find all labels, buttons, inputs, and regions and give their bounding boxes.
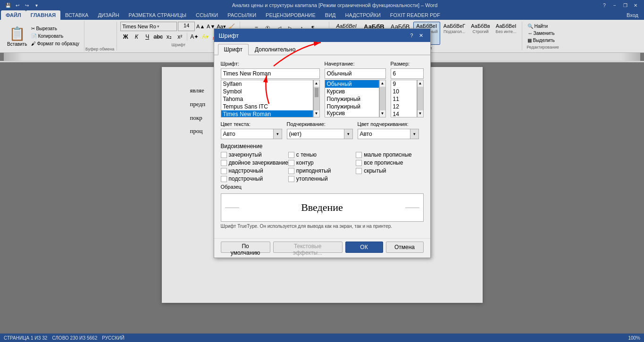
font-size-col: Размер: 9 10 11 12 14 ▲ ▼ [391,61,424,117]
dialog-title-bar: Шрифт ? ✕ [214,29,430,42]
font-list-item-times[interactable]: Times New Roman [221,110,313,117]
size-list-10[interactable]: 10 [391,88,417,95]
font-style-col: Начертание: Обычный Курсив Полужирный По… [325,61,386,117]
dialog-tab-font[interactable]: Шрифт [218,44,249,55]
underline-label: Подчеркивание: [287,121,353,127]
checkbox-all-caps[interactable]: все прописные [356,159,423,166]
size-list-14[interactable]: 14 [391,110,417,117]
font-style-label: Начертание: [325,61,386,67]
dialog-tabs: Шрифт Дополнительно [214,42,430,55]
dialog-font-size-input[interactable] [391,68,424,79]
style-list-italic[interactable]: Курсив [325,88,379,95]
size-list-9[interactable]: 9 [391,80,417,88]
style-list-scrollbar[interactable]: ▲ ▼ [379,80,386,117]
checkbox-emboss[interactable]: приподнятый [288,167,356,174]
dialog-title: Шрифт [219,32,239,39]
underline-color-dropdown[interactable]: Авто ▾ [358,129,419,139]
size-list-11[interactable]: 11 [391,95,417,103]
font-size-label: Размер: [391,61,424,67]
checkbox-strikethrough[interactable]: зачеркнутый [221,151,288,158]
font-list-item-tahoma[interactable]: Tahoma [221,95,313,103]
preview-box: Введение [221,193,424,222]
text-color-label: Цвет текста: [221,121,282,127]
preview-label: Образец [221,184,424,190]
font-size-list[interactable]: 9 10 11 12 14 [391,80,417,117]
effects-label: Видоизменение [221,143,424,150]
checkbox-hidden[interactable]: скрытый [356,167,423,174]
text-effects-button[interactable]: Текстовые эффекты... [273,242,343,253]
font-list-item-tempus[interactable]: Tempus Sans ITC [221,103,313,110]
size-list-12[interactable]: 12 [391,103,417,110]
preview-text: Введение [301,201,343,214]
font-list-item-sylfaen[interactable]: Sylfaen [221,80,313,88]
dialog-footer: По умолчанию Текстовые эффекты... ОК Отм… [214,238,430,258]
checkbox-shadow[interactable]: с тенью [288,151,356,158]
style-list-normal[interactable]: Обычный [325,80,379,88]
dialog-overlay: Шрифт ? ✕ Шрифт Дополнительно Шрифт: [0,0,644,342]
checkbox-subscript[interactable]: подстрочный [221,175,288,182]
preview-hint: Шрифт TrueType. Он используется для выво… [221,224,424,229]
ok-button[interactable]: ОК [345,242,383,253]
checkbox-small-caps[interactable]: малые прописные [356,151,423,158]
default-button[interactable]: По умолчанию [221,242,270,253]
font-list-scrollbar[interactable]: ▲ ▼ [313,80,320,117]
checkbox-outline[interactable]: контур [288,159,356,166]
checkbox-engrave[interactable]: утопленный [288,175,356,182]
dialog-font-name-input[interactable] [221,68,320,79]
font-dialog: Шрифт ? ✕ Шрифт Дополнительно Шрифт: [214,28,431,258]
underline-dropdown[interactable]: (нет) ▾ [287,129,353,139]
dialog-tab-advanced[interactable]: Дополнительно [249,44,301,55]
font-list[interactable]: Sylfaen Symbol Tahoma Tempus Sans ITC Ti… [221,80,313,117]
font-style-list[interactable]: Обычный Курсив Полужирный Полужирный Кур… [325,80,379,117]
dialog-close-button[interactable]: ✕ [417,32,426,39]
size-list-scrollbar[interactable]: ▲ ▼ [417,80,424,117]
font-name-label: Шрифт: [221,61,320,67]
cancel-button[interactable]: Отмена [386,242,424,253]
text-color-dropdown[interactable]: Авто ▾ [221,129,282,139]
underline-color-label: Цвет подчеркивания: [358,121,419,127]
dialog-font-style-input[interactable] [325,68,386,79]
font-list-item-symbol[interactable]: Symbol [221,88,313,95]
checkbox-double-strikethrough[interactable]: двойное зачеркивание [221,159,288,166]
style-list-bold[interactable]: Полужирный [325,95,379,103]
style-list-bold-italic[interactable]: Полужирный Курсив [325,103,379,117]
font-name-col: Шрифт: Sylfaen Symbol Tahoma Tempus Sans… [221,61,320,117]
dialog-help-button[interactable]: ? [408,32,416,39]
checkbox-superscript[interactable]: надстрочный [221,167,288,174]
dialog-content: Шрифт: Sylfaen Symbol Tahoma Tempus Sans… [214,55,430,238]
